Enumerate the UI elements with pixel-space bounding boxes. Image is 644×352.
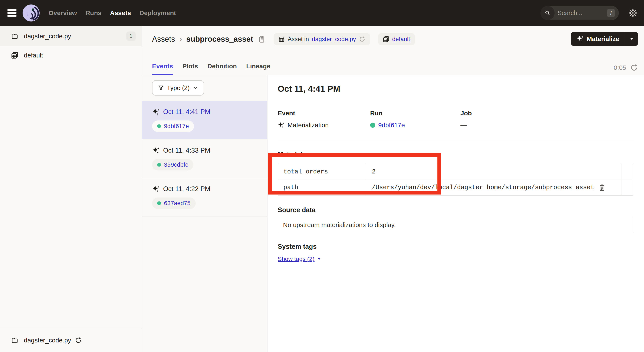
caret-down-icon <box>317 257 322 262</box>
materialize-label: Materialize <box>587 35 619 42</box>
metadata-key: path <box>278 180 366 196</box>
asset-count-badge: 1 <box>126 31 136 41</box>
source-data-heading: Source data <box>278 206 634 214</box>
nav-item-assets[interactable]: Assets <box>110 9 131 16</box>
run-id-link[interactable]: 359cdbfc <box>164 161 188 168</box>
tab-definition[interactable]: Definition <box>208 62 237 75</box>
asset-name-title: subprocess_asset <box>186 35 253 44</box>
metadata-table: total_orders 2 path /Users/yuhan/dev/loc… <box>278 164 633 196</box>
metadata-key: total_orders <box>278 164 366 180</box>
asset-in-text: Asset in <box>288 36 309 42</box>
run-chip[interactable]: 359cdbfc <box>152 159 193 170</box>
materialization-sparkle-icon <box>152 147 160 154</box>
tab-plots[interactable]: Plots <box>182 62 198 75</box>
default-group-label: default <box>24 52 43 59</box>
event-detail-panel: Oct 11, 4:41 PM Event Materialization Ru… <box>268 75 644 352</box>
tab-events[interactable]: Events <box>152 62 173 75</box>
nav-item-overview[interactable]: Overview <box>48 9 77 16</box>
asset-group-chip: default <box>378 33 415 45</box>
event-timestamp[interactable]: Oct 11, 4:41 PM <box>163 108 210 116</box>
main-content: Assets › subprocess_asset Asset in dagst… <box>142 26 644 352</box>
sidebar-footer-code-location[interactable]: dagster_code.py <box>0 328 142 352</box>
run-label: Run <box>370 110 460 117</box>
job-value: — <box>460 121 467 129</box>
tab-lineage[interactable]: Lineage <box>246 62 270 75</box>
event-label: Event <box>278 110 370 117</box>
run-status-dot <box>157 124 161 128</box>
event-list-item[interactable]: Oct 11, 4:22 PM 637aed75 <box>142 178 267 216</box>
run-id-link[interactable]: 637aed75 <box>164 200 190 207</box>
breadcrumb: Assets › subprocess_asset Asset in dagst… <box>152 33 638 45</box>
system-tags-heading: System tags <box>278 243 634 251</box>
event-list-item[interactable]: Oct 11, 4:41 PM 9dbf617e <box>142 101 267 139</box>
run-status-dot <box>157 163 161 167</box>
reload-definitions-icon[interactable] <box>359 36 366 42</box>
footer-code-location-label: dagster_code.py <box>24 337 71 344</box>
primary-nav: Overview Runs Assets Deployment <box>48 9 176 16</box>
metadata-row: path /Users/yuhan/dev/local/dagster_home… <box>278 180 633 196</box>
search-shortcut-badge: / <box>607 9 615 17</box>
metadata-row: total_orders 2 <box>278 164 633 180</box>
metadata-path-link[interactable]: /Users/yuhan/dev/local/dagster_home/stor… <box>372 184 594 191</box>
type-filter-label: Type (2) <box>167 84 190 91</box>
group-grid-icon <box>383 36 389 42</box>
asset-grid-icon <box>278 36 285 42</box>
job-label: Job <box>460 110 634 117</box>
dagster-app: Overview Runs Assets Deployment / dagste… <box>0 0 644 352</box>
materialization-sparkle-icon <box>152 108 160 116</box>
events-list-panel: Type (2) Oct 11, 4:41 PM 9dbf617e <box>142 75 268 352</box>
event-type-value: Materialization <box>288 121 328 129</box>
asset-groups-sidebar: dagster_code.py 1 default dagster_code.p… <box>0 26 142 352</box>
asset-tabs: Events Plots Definition Lineage <box>152 62 270 75</box>
materialization-sparkle-icon <box>152 185 160 193</box>
search-icon-wrap <box>540 6 554 20</box>
source-data-empty-state: No upstream materializations to display. <box>278 218 633 232</box>
metadata-value: 2 <box>366 164 622 180</box>
caret-down-icon <box>629 36 634 42</box>
run-chip[interactable]: 637aed75 <box>152 198 196 209</box>
folder-icon <box>11 32 18 40</box>
copy-asset-name-icon[interactable] <box>258 35 266 43</box>
asset-group-icon <box>11 52 18 59</box>
refresh-timer: 0:05 <box>614 64 638 71</box>
nav-item-runs[interactable]: Runs <box>86 9 101 16</box>
hamburger-menu-icon[interactable] <box>7 8 16 18</box>
dagster-logo-icon[interactable] <box>22 4 40 22</box>
reload-code-location-icon[interactable] <box>75 337 82 344</box>
type-filter-button[interactable]: Type (2) <box>152 80 204 95</box>
asset-location-chip: Asset in dagster_code.py <box>274 33 370 45</box>
search-input[interactable] <box>554 9 607 16</box>
sidebar-item-code-location[interactable]: dagster_code.py 1 <box>0 26 142 46</box>
folder-icon <box>11 337 18 344</box>
global-search: / <box>540 6 619 20</box>
copy-path-icon[interactable] <box>598 184 606 191</box>
show-tags-label: Show tags (2) <box>278 256 314 262</box>
top-navbar: Overview Runs Assets Deployment / <box>0 0 644 26</box>
breadcrumb-assets-link[interactable]: Assets <box>152 35 175 44</box>
run-status-dot <box>157 201 161 205</box>
refresh-icon[interactable] <box>630 64 638 71</box>
code-location-link[interactable]: dagster_code.py <box>312 36 356 42</box>
event-meta-grid: Event Materialization Run 9dbf617e <box>278 110 634 129</box>
show-tags-toggle[interactable]: Show tags (2) <box>278 256 322 262</box>
group-default-link[interactable]: default <box>392 36 410 42</box>
materialize-button[interactable]: Materialize <box>571 32 638 46</box>
run-chip[interactable]: 9dbf617e <box>152 120 194 132</box>
code-location-label: dagster_code.py <box>24 32 71 40</box>
materialization-sparkle-icon <box>278 122 284 129</box>
asset-header: Assets › subprocess_asset Asset in dagst… <box>142 26 644 75</box>
run-id-link[interactable]: 9dbf617e <box>378 121 405 129</box>
nav-item-deployment[interactable]: Deployment <box>140 9 176 16</box>
breadcrumb-separator: › <box>179 35 182 44</box>
settings-gear-icon[interactable] <box>628 8 638 18</box>
run-id-link[interactable]: 9dbf617e <box>164 123 189 130</box>
metadata-section-heading: Metadata <box>278 151 634 158</box>
event-timestamp[interactable]: Oct 11, 4:22 PM <box>163 185 210 193</box>
event-list-item[interactable]: Oct 11, 4:33 PM 359cdbfc <box>142 139 267 178</box>
event-timestamp[interactable]: Oct 11, 4:33 PM <box>163 147 210 154</box>
materialize-dropdown-button[interactable] <box>625 32 638 46</box>
materialize-sparkle-icon <box>576 35 584 42</box>
event-detail-heading: Oct 11, 4:41 PM <box>278 84 634 94</box>
filter-funnel-icon <box>158 85 164 91</box>
sidebar-item-default-group[interactable]: default <box>0 46 142 64</box>
